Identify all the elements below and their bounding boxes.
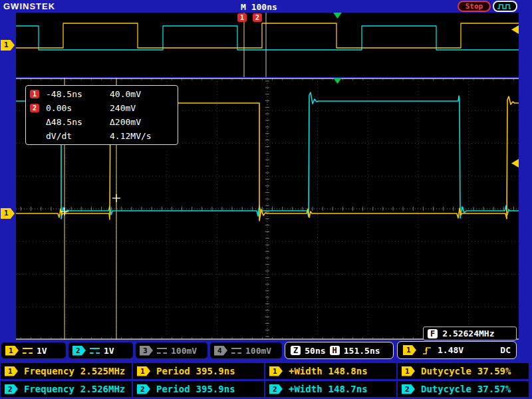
measurement-value: 2.525MHz (80, 366, 125, 376)
top-bar: GWINSTEK M 100ns Stop (0, 0, 532, 13)
cursor-readout-box: 1 -48.5ns 40.0mV 2 0.00s 240mV Δ48.5ns Δ… (25, 85, 178, 145)
measurement-label: Frequency (24, 366, 74, 376)
square-wave-icon (497, 3, 514, 10)
cursor-1-volt: 40.0mV (110, 89, 174, 99)
cursor-delta-row: Δ48.5ns Δ200mV (30, 115, 174, 129)
dc-coupling-icon (23, 348, 33, 354)
channel-4-badge: 4 (214, 346, 227, 356)
overview-window (16, 13, 519, 77)
dc-coupling-icon (90, 348, 100, 354)
cursor-delta-time: Δ48.5ns (46, 117, 110, 127)
dvdt-value: 4.12MV/s (110, 131, 174, 141)
channel-2-badge: 2 (72, 346, 86, 356)
measurement-ch1-pwidth: 1 +Width 148.8ns (265, 363, 396, 379)
channel-3-status[interactable]: 3 100mV (136, 342, 207, 358)
measurement-ch1-period: 1 Period 395.9ns (133, 363, 264, 379)
horizontal-status[interactable]: Z 50ns H 151.5ns (285, 342, 394, 359)
channel-1-position-marker-overview[interactable]: 1 (1, 40, 15, 51)
channel-2-badge: 2 (137, 384, 150, 394)
horizontal-position-badge: H (330, 346, 340, 355)
trigger-source-badge: 1 (403, 345, 416, 355)
cursor-2-marker[interactable]: 2 (253, 13, 262, 22)
channel-1-scale: 1V (37, 346, 47, 356)
channel-3-scale: 100mV (171, 346, 197, 356)
cursor-2-time: 0.00s (46, 103, 110, 113)
measurement-label: Dutycycle (421, 366, 471, 376)
main-timebase-readout: M 100ns (241, 2, 277, 12)
measurement-ch2-dutycycle: 2 Dutycycle 37.57% (398, 381, 529, 397)
channel-1-badge: 1 (5, 366, 18, 376)
frequency-counter: F 2.52624MHz (423, 327, 517, 340)
channel-2-badge: 2 (5, 384, 18, 394)
frequency-counter-badge: F (428, 329, 438, 338)
measurement-label: +Width (289, 366, 323, 376)
channel-4-status[interactable]: 4 100mV (210, 342, 282, 358)
cursor-row-1: 1 -48.5ns 40.0mV (30, 87, 174, 101)
trigger-status[interactable]: 1 1.48V DC (397, 341, 517, 359)
measurement-ch2-pwidth: 2 +Width 148.7ns (265, 381, 396, 397)
channel-4-scale: 100mV (245, 346, 271, 356)
channel-2-badge: 2 (402, 384, 415, 394)
overview-waveform-canvas (16, 13, 519, 77)
dc-coupling-icon (157, 348, 167, 354)
measurement-ch1-frequency: 1 Frequency 2.525MHz (1, 363, 132, 379)
measurement-label: Period (156, 384, 190, 394)
rising-edge-icon (422, 345, 432, 356)
dvdt-label: dV/dt (46, 131, 110, 141)
frequency-counter-value: 2.52624MHz (442, 329, 494, 338)
channel-1-badge: 1 (402, 366, 415, 376)
run-stop-badge[interactable]: Stop (458, 1, 491, 12)
cursor-2-badge: 2 (30, 104, 39, 112)
channel-3-badge: 3 (140, 346, 153, 356)
channel-1-status[interactable]: 1 1V (1, 342, 66, 358)
measurement-value: 148.8ns (329, 366, 368, 376)
trigger-level-value: 1.48V (438, 345, 464, 355)
measurement-value: 148.7ns (329, 384, 368, 394)
zoom-badge: Z (291, 346, 301, 355)
measurement-ch2-frequency: 2 Frequency 2.526MHz (1, 381, 132, 397)
oscilloscope-screen: GWINSTEK M 100ns Stop 1 1 1 2 1 -48.5ns … (0, 0, 532, 399)
cursor-1-time: -48.5ns (46, 89, 110, 99)
channel-1-badge: 1 (137, 366, 150, 376)
cursor-row-2: 2 0.00s 240mV (30, 101, 174, 115)
horizontal-position-value: 151.5ns (344, 346, 380, 356)
measurement-value: 2.526MHz (80, 384, 125, 394)
trigger-coupling: DC (500, 345, 511, 355)
cursor-1-marker[interactable]: 1 (237, 13, 247, 22)
acquisition-mode-pill (493, 1, 517, 12)
dc-coupling-icon (231, 348, 241, 354)
measurement-value: 37.57% (477, 384, 511, 394)
cursor-1-badge: 1 (30, 90, 39, 98)
channel-2-status[interactable]: 2 1V (68, 342, 133, 358)
measurement-value: 37.59% (477, 366, 511, 376)
measurement-label: Period (156, 366, 190, 376)
measurement-value: 395.9ns (196, 384, 235, 394)
measurement-label: Frequency (24, 384, 74, 394)
cursor-2-volt: 240mV (110, 103, 174, 113)
measurement-value: 395.9ns (196, 366, 235, 376)
measurement-label: Dutycycle (421, 384, 471, 394)
measurement-ch1-dutycycle: 1 Dutycycle 37.59% (398, 363, 529, 379)
measurement-label: +Width (289, 384, 323, 394)
channel-2-badge: 2 (269, 384, 283, 394)
channel-1-position-marker-main[interactable]: 1 (1, 208, 15, 219)
measurement-ch2-period: 2 Period 395.9ns (133, 381, 264, 397)
channel-1-badge: 1 (5, 346, 19, 356)
channel-1-badge: 1 (269, 366, 283, 376)
brand-logo: GWINSTEK (3, 1, 55, 11)
channel-2-scale: 1V (104, 346, 114, 356)
cursor-dvdt-row: dV/dt 4.12MV/s (30, 129, 174, 143)
zoom-timebase-value: 50ns (305, 346, 325, 356)
cursor-delta-volt: Δ200mV (110, 117, 174, 127)
